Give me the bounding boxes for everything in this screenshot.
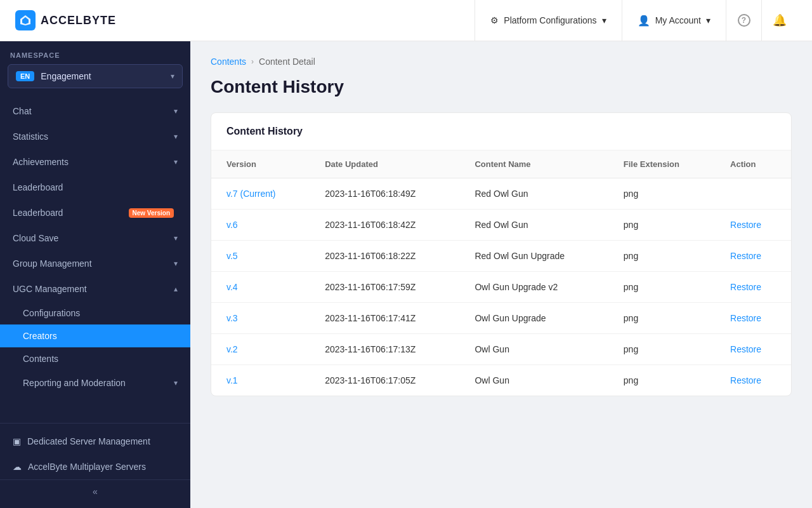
page-title: Content History bbox=[211, 77, 792, 97]
restore-link[interactable]: Restore bbox=[730, 313, 761, 323]
cloud-icon: ☁ bbox=[13, 462, 22, 472]
sidebar-item-group-management[interactable]: Group Management bbox=[0, 251, 190, 276]
brand-name: ACCELBYTE bbox=[41, 14, 116, 27]
breadcrumb: Contents › Content Detail bbox=[211, 57, 792, 67]
sidebar-nav: Chat Statistics Achievements Leaderboard… bbox=[0, 93, 190, 423]
group-mgmt-chevron bbox=[174, 259, 178, 268]
cell-action: Restore bbox=[715, 241, 791, 272]
cell-content-name: Owl Gun bbox=[459, 365, 608, 396]
namespace-selector[interactable]: EN Engagement bbox=[8, 64, 183, 88]
cell-version: v.3 bbox=[211, 303, 310, 334]
restore-link[interactable]: Restore bbox=[730, 282, 761, 292]
cell-version: v.2 bbox=[211, 334, 310, 365]
table-row: v.42023-11-16T06:17:59ZOwl Gun Upgrade v… bbox=[211, 272, 791, 303]
server-icon: ▣ bbox=[13, 436, 21, 446]
cell-version: v.7 (Current) bbox=[211, 178, 310, 210]
bell-icon: 🔔 bbox=[773, 13, 787, 27]
restore-link[interactable]: Restore bbox=[730, 220, 761, 230]
table-card-header: Content History bbox=[211, 113, 791, 150]
version-link[interactable]: v.2 bbox=[226, 344, 238, 354]
cell-file-ext: png bbox=[608, 272, 715, 303]
table-body: v.7 (Current)2023-11-16T06:18:49ZRed Owl… bbox=[211, 178, 791, 396]
cell-file-ext: png bbox=[608, 365, 715, 396]
cell-content-name: Owl Gun Upgrade bbox=[459, 303, 608, 334]
sidebar-item-chat[interactable]: Chat bbox=[0, 98, 190, 124]
namespace-name: Engagement bbox=[41, 71, 164, 81]
achievements-chevron bbox=[174, 157, 178, 166]
sidebar: NAMESPACE EN Engagement Chat Statistics … bbox=[0, 41, 190, 508]
cell-version: v.5 bbox=[211, 241, 310, 272]
col-content-name: Content Name bbox=[459, 150, 608, 178]
breadcrumb-separator: › bbox=[251, 57, 254, 66]
my-account-label: My Account bbox=[655, 15, 701, 25]
breadcrumb-contents-link[interactable]: Contents bbox=[211, 57, 246, 67]
chat-chevron bbox=[174, 107, 178, 116]
cell-version: v.6 bbox=[211, 210, 310, 241]
col-date-updated: Date Updated bbox=[310, 150, 459, 178]
sidebar-subitem-configurations[interactable]: Configurations bbox=[0, 302, 190, 324]
cell-content-name: Owl Gun bbox=[459, 334, 608, 365]
cell-file-ext: png bbox=[608, 178, 715, 210]
sidebar-collapse-button[interactable]: « bbox=[0, 479, 190, 503]
reporting-chevron bbox=[174, 378, 178, 387]
namespace-badge: EN bbox=[16, 71, 34, 81]
content-history-card: Content History Version Date Updated Con… bbox=[211, 112, 792, 396]
table-row: v.52023-11-16T06:18:22ZRed Owl Gun Upgra… bbox=[211, 241, 791, 272]
restore-link[interactable]: Restore bbox=[730, 344, 761, 354]
platform-config-label: Platform Configurations bbox=[504, 15, 596, 25]
cell-date: 2023-11-16T06:18:49Z bbox=[310, 178, 459, 210]
cell-date: 2023-11-16T06:17:41Z bbox=[310, 303, 459, 334]
cell-file-ext: png bbox=[608, 303, 715, 334]
sidebar-item-statistics[interactable]: Statistics bbox=[0, 124, 190, 149]
table-row: v.22023-11-16T06:17:13ZOwl GunpngRestore bbox=[211, 334, 791, 365]
version-link[interactable]: v.1 bbox=[226, 375, 238, 385]
sidebar-subitem-contents[interactable]: Contents bbox=[0, 347, 190, 370]
sidebar-item-achievements[interactable]: Achievements bbox=[0, 149, 190, 175]
cell-action: Restore bbox=[715, 303, 791, 334]
version-link[interactable]: v.7 (Current) bbox=[226, 189, 276, 199]
main-content: Contents › Content Detail Content Histor… bbox=[190, 41, 812, 508]
namespace-label: NAMESPACE bbox=[0, 41, 190, 64]
version-link[interactable]: v.5 bbox=[226, 251, 238, 261]
cell-version: v.4 bbox=[211, 272, 310, 303]
cell-action: Restore bbox=[715, 365, 791, 396]
version-link[interactable]: v.3 bbox=[226, 313, 238, 323]
version-link[interactable]: v.6 bbox=[226, 220, 238, 230]
gear-icon bbox=[490, 15, 499, 25]
logo: ACCELBYTE bbox=[15, 10, 475, 30]
cell-content-name: Red Owl Gun Upgrade bbox=[459, 241, 608, 272]
sidebar-item-cloud-save[interactable]: Cloud Save bbox=[0, 225, 190, 251]
restore-link[interactable]: Restore bbox=[730, 375, 761, 385]
cell-content-name: Red Owl Gun bbox=[459, 178, 608, 210]
topnav: ACCELBYTE Platform Configurations 👤 My A… bbox=[0, 0, 812, 41]
collapse-icon: « bbox=[93, 486, 98, 497]
cell-action: Restore bbox=[715, 334, 791, 365]
cell-date: 2023-11-16T06:17:05Z bbox=[310, 365, 459, 396]
cell-version: v.1 bbox=[211, 365, 310, 396]
cell-action: Restore bbox=[715, 210, 791, 241]
cell-content-name: Owl Gun Upgrade v2 bbox=[459, 272, 608, 303]
notifications-button[interactable]: 🔔 bbox=[761, 0, 797, 41]
sidebar-subitem-creators[interactable]: Creators bbox=[0, 324, 190, 347]
sidebar-item-dedicated-server[interactable]: ▣ Dedicated Server Management bbox=[0, 429, 190, 454]
table-row: v.62023-11-16T06:18:42ZRed Owl GunpngRes… bbox=[211, 210, 791, 241]
cell-date: 2023-11-16T06:17:59Z bbox=[310, 272, 459, 303]
user-icon: 👤 bbox=[638, 15, 650, 27]
content-history-table: Version Date Updated Content Name File E… bbox=[211, 150, 791, 396]
cell-content-name: Red Owl Gun bbox=[459, 210, 608, 241]
sidebar-item-accelbyte-multiplayer[interactable]: ☁ AccelByte Multiplayer Servers bbox=[0, 454, 190, 479]
version-link[interactable]: v.4 bbox=[226, 282, 238, 292]
cell-action bbox=[715, 178, 791, 210]
col-file-extension: File Extension bbox=[608, 150, 715, 178]
platform-config-menu[interactable]: Platform Configurations bbox=[475, 0, 621, 41]
restore-link[interactable]: Restore bbox=[730, 251, 761, 261]
platform-config-chevron bbox=[602, 15, 606, 25]
sidebar-item-leaderboard-new[interactable]: Leaderboard New Version bbox=[0, 200, 190, 225]
new-version-badge: New Version bbox=[129, 208, 174, 218]
my-account-menu[interactable]: 👤 My Account bbox=[622, 0, 726, 41]
col-action: Action bbox=[715, 150, 791, 178]
help-button[interactable]: ? bbox=[726, 0, 761, 41]
sidebar-item-ugc-management[interactable]: UGC Management bbox=[0, 276, 190, 302]
sidebar-item-leaderboard[interactable]: Leaderboard bbox=[0, 175, 190, 200]
sidebar-item-reporting-moderation[interactable]: Reporting and Moderation bbox=[0, 370, 190, 396]
